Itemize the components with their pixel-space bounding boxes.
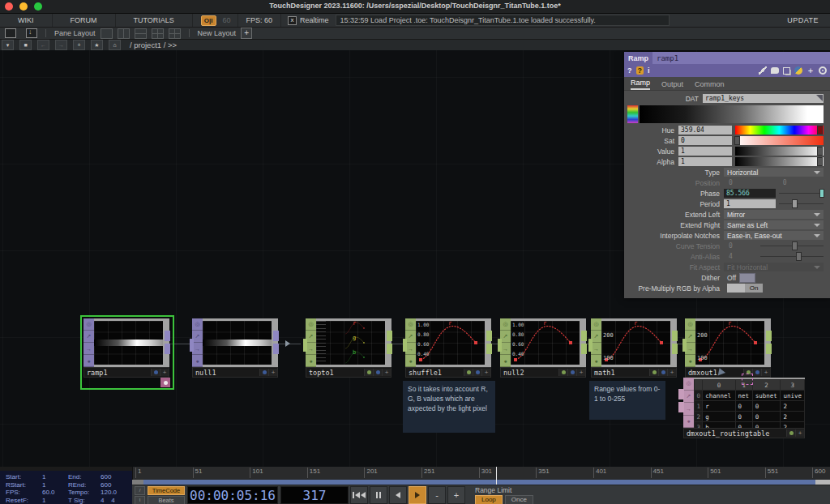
node-name-bar[interactable]: null1+ <box>192 367 278 378</box>
output-connector[interactable] <box>165 344 170 354</box>
param-slider[interactable] <box>779 189 824 198</box>
viewer-flag[interactable]: ◎ <box>192 318 203 331</box>
setting-value[interactable]: 1 <box>42 481 45 489</box>
tab-common[interactable]: Common <box>695 80 725 90</box>
output-connector[interactable] <box>581 344 587 354</box>
menu-forum[interactable]: FORUM <box>53 14 116 27</box>
comment-icon[interactable] <box>771 67 779 74</box>
param-dropdown[interactable]: Horizontal <box>724 168 824 177</box>
input-connector[interactable] <box>303 339 307 352</box>
param-gradient-slider[interactable] <box>735 126 824 135</box>
param-value-field[interactable]: 85.566 <box>724 189 776 198</box>
lock-flag[interactable]: ● <box>405 355 416 367</box>
copy-icon[interactable] <box>783 67 790 75</box>
input-connector[interactable] <box>682 339 687 352</box>
param-toggle[interactable] <box>739 273 755 283</box>
current-flag[interactable]: ↗ <box>683 391 694 404</box>
node-viewer[interactable]: 1.000.800.600.40r <box>511 321 580 365</box>
layout-preset-4[interactable] <box>152 28 164 39</box>
node-viewer[interactable]: 200100r <box>695 321 764 365</box>
node-viewer[interactable]: rgb <box>316 321 385 365</box>
layout-preset-3[interactable] <box>135 28 147 39</box>
viewer-flag[interactable]: ◎ <box>405 318 416 331</box>
pane-menu-icon[interactable]: ▾ <box>2 40 14 50</box>
python-icon[interactable] <box>794 66 802 75</box>
output-connector[interactable] <box>672 344 678 354</box>
menu-wiki[interactable]: WIKI <box>0 14 53 27</box>
output-connector[interactable] <box>766 331 772 341</box>
lock-flag[interactable]: ● <box>591 355 601 367</box>
playhead[interactable] <box>496 467 497 485</box>
expand-button[interactable]: + <box>667 369 676 376</box>
slider-handle[interactable] <box>817 147 823 156</box>
param-toggle[interactable]: On <box>727 284 763 293</box>
timecode-mode-button[interactable]: TimeCode <box>148 486 185 495</box>
lock-flag[interactable]: ● <box>306 355 316 367</box>
viewer-flag[interactable]: ◎ <box>83 318 94 331</box>
node-name-bar[interactable]: dmxout1_routingtable+ <box>683 428 805 438</box>
viewer-flag-button[interactable] <box>567 369 576 376</box>
tab-output[interactable]: Output <box>661 80 683 90</box>
node-topto1[interactable]: ◎↗→●rgbtopto1+ <box>306 318 391 378</box>
pencil-icon[interactable] <box>759 66 767 75</box>
setting-value[interactable]: 1 <box>42 497 45 504</box>
node-ramp1[interactable]: ◎↗→●ramp1+ <box>83 318 169 378</box>
comment-note[interactable]: So it takes into account R, G, B values … <box>403 381 495 433</box>
node-name-bar[interactable]: null2+ <box>500 367 586 378</box>
output-connector[interactable] <box>387 331 392 341</box>
lock-flag[interactable]: ● <box>683 416 694 429</box>
node-viewer[interactable]: 200100r <box>601 321 670 365</box>
step-forward-button[interactable]: + <box>447 486 465 504</box>
breadcrumb[interactable]: / project1 / >> <box>130 41 177 49</box>
viewer-flag[interactable]: ◎ <box>685 318 695 331</box>
expand-button[interactable]: + <box>795 429 804 437</box>
layout-preset-1[interactable] <box>101 28 113 39</box>
tab-ramp[interactable]: Ramp <box>631 79 650 90</box>
info-icon[interactable]: i <box>648 66 650 75</box>
param-value-field[interactable]: 1 <box>678 147 732 156</box>
input-connector[interactable] <box>588 339 593 352</box>
setting-value[interactable]: 4 4 <box>101 497 115 504</box>
node-viewer[interactable] <box>94 321 163 365</box>
node-null1[interactable]: ◎↗→●null1+ <box>192 318 278 378</box>
viewer-flag-button[interactable] <box>373 369 382 376</box>
param-value-field[interactable]: 0 <box>678 136 732 145</box>
setting-value[interactable]: 600 <box>101 473 111 481</box>
import-icon[interactable] <box>26 28 37 38</box>
loop-button[interactable]: Loop <box>475 495 503 504</box>
viewer-flag[interactable]: ◎ <box>306 318 316 331</box>
forward-icon[interactable]: → <box>55 40 67 50</box>
export-flag-button[interactable] <box>364 369 373 376</box>
setting-value[interactable]: 60.0 <box>42 489 55 496</box>
step-back-button[interactable]: - <box>428 486 446 504</box>
lock-flag[interactable]: ● <box>685 355 695 367</box>
param-dropdown[interactable]: Same as Left <box>724 220 824 229</box>
output-connector[interactable] <box>273 344 279 354</box>
output-connector[interactable] <box>273 331 279 341</box>
expand-button[interactable]: + <box>382 369 391 376</box>
param-value-field[interactable]: 1 <box>678 157 732 166</box>
viewer-flag-button[interactable] <box>151 369 160 376</box>
output-connector[interactable] <box>678 389 684 399</box>
setting-value[interactable]: 1 <box>42 473 45 481</box>
viewer-flag-button[interactable] <box>259 369 268 376</box>
node-null2[interactable]: ◎↗→●1.000.800.600.40rnull2+ <box>500 318 586 378</box>
lock-flag[interactable]: ● <box>83 355 94 367</box>
expand-button[interactable]: + <box>576 369 585 376</box>
add-icon[interactable]: + <box>806 66 815 75</box>
slider-handle[interactable] <box>817 157 823 166</box>
viewer-flag[interactable]: ◎ <box>683 378 694 391</box>
expand-button[interactable]: + <box>268 369 277 376</box>
viewer-flag-button[interactable] <box>752 369 761 376</box>
slider-handle[interactable] <box>792 199 798 208</box>
slider-handle[interactable] <box>819 189 824 198</box>
display-flag-button[interactable] <box>160 378 170 387</box>
network-editor[interactable]: ◎↗→●ramp1+◎↗→●null1+◎↗→●rgbtopto1+◎↗→●1.… <box>0 50 830 467</box>
output-connector[interactable] <box>486 331 492 341</box>
node-name-bar[interactable]: ramp1+ <box>83 367 169 378</box>
node-viewer[interactable] <box>203 321 272 365</box>
param-value-field[interactable]: 359.04 <box>678 126 732 135</box>
node-viewer[interactable]: 1.000.800.600.40r <box>416 321 485 365</box>
output-connector[interactable] <box>486 344 492 354</box>
back-icon[interactable]: ← <box>37 40 49 50</box>
